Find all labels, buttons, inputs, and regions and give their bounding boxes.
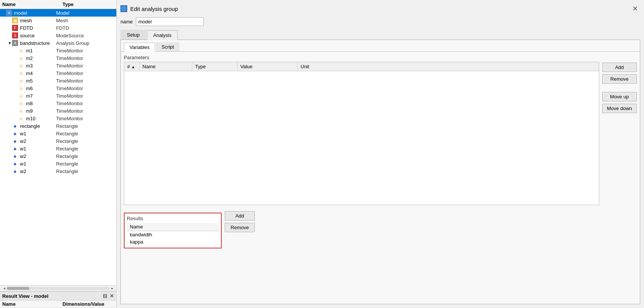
- left-panel: Name Type + model Model ▦ mesh Mesh: [0, 0, 117, 308]
- tree-col-name: Name: [2, 2, 62, 7]
- remove-result-btn[interactable]: Remove: [225, 223, 255, 232]
- scroll-left-arrow[interactable]: ◂: [2, 286, 7, 290]
- param-col-unit[interactable]: Unit: [297, 62, 599, 71]
- tree-col-type: Type: [62, 2, 114, 7]
- tree-label-bandstructure: bandstructure: [20, 40, 50, 46]
- result-name-cell: bandwidth: [127, 231, 219, 239]
- tree-label-m7: m7: [26, 93, 33, 99]
- scrollbar-thumb[interactable]: [7, 287, 29, 290]
- dialog-title-text: Edit analysis group: [130, 6, 178, 12]
- tree-row-mesh[interactable]: ▦ mesh Mesh: [0, 17, 116, 24]
- tree-row-m2[interactable]: ◎ m2 TimeMonitor: [0, 54, 116, 62]
- move-up-btn[interactable]: Move up: [602, 92, 637, 101]
- tree-type-m8: TimeMonitor: [56, 101, 115, 106]
- tree-row-m1[interactable]: ◎ m1 TimeMonitor: [0, 47, 116, 54]
- tree-row-m8[interactable]: ◎ m8 TimeMonitor: [0, 100, 116, 107]
- result-col-dimensions: Dimensions/Value: [62, 301, 114, 307]
- tree-container[interactable]: + model Model ▦ mesh Mesh F FDTD FDTD: [0, 9, 116, 285]
- tree-label-m5: m5: [26, 78, 33, 84]
- icon-w2b: ◆: [12, 153, 18, 159]
- tree-row-source[interactable]: S source ModeSource: [0, 32, 116, 39]
- icon-source: S: [12, 32, 18, 38]
- param-col-name[interactable]: Name: [139, 62, 192, 71]
- tree-label-m4: m4: [26, 70, 33, 76]
- subtab-variables[interactable]: Variables: [124, 43, 155, 52]
- parameters-table: # ▲ Name Type Value Unit: [124, 62, 599, 71]
- name-label: name: [120, 19, 133, 25]
- results-label: Results: [127, 216, 219, 221]
- tree-row-w2c[interactable]: ◆ w2 Rectangle: [0, 167, 116, 175]
- result-view-header: Result View - model ⊟ ✕: [0, 291, 116, 300]
- expand-arrow-bandstructure[interactable]: ▼: [8, 41, 12, 45]
- result-row[interactable]: bandwidth: [127, 231, 219, 239]
- add-result-btn[interactable]: Add: [225, 211, 255, 221]
- tree-label-mesh: mesh: [20, 18, 32, 23]
- main-tab-bar: Setup Analysis: [120, 30, 640, 40]
- param-col-num[interactable]: # ▲: [124, 62, 139, 71]
- sort-arrow-num: ▲: [131, 65, 135, 69]
- tree-row-rectangle[interactable]: ◆ rectangle Rectangle: [0, 122, 116, 130]
- result-row[interactable]: kappa: [127, 238, 219, 245]
- tree-type-w2a: Rectangle: [56, 138, 115, 144]
- scroll-right-arrow[interactable]: ▸: [110, 286, 115, 290]
- result-view-close-btn[interactable]: ✕: [110, 293, 114, 299]
- result-view-minimize-btn[interactable]: ⊟: [103, 293, 107, 299]
- icon-w1b: ◆: [12, 146, 18, 152]
- tree-label-rectangle: rectangle: [20, 123, 40, 129]
- tree-row-w2b[interactable]: ◆ w2 Rectangle: [0, 152, 116, 160]
- tree-type-m5: TimeMonitor: [56, 78, 115, 84]
- param-col-value[interactable]: Value: [237, 62, 297, 71]
- icon-w2c: ◆: [12, 168, 18, 174]
- result-name-cell: kappa: [127, 238, 219, 245]
- tree-type-rectangle: Rectangle: [56, 123, 115, 129]
- tree-type-w2c: Rectangle: [56, 169, 115, 174]
- tree-label-fdtd: FDTD: [20, 25, 33, 31]
- tree-label-m10: m10: [26, 116, 35, 121]
- tree-row-m10[interactable]: ◎ m10 TimeMonitor: [0, 115, 116, 122]
- tree-row-w1a[interactable]: ◆ w1 Rectangle: [0, 130, 116, 137]
- tree-row-m6[interactable]: ◎ m6 TimeMonitor: [0, 84, 116, 92]
- icon-model: +: [6, 10, 12, 16]
- scrollbar-track[interactable]: [7, 287, 110, 290]
- subtab-script[interactable]: Script: [156, 42, 180, 51]
- results-table: Name bandwidthkappa: [127, 223, 219, 245]
- tree-row-m5[interactable]: ◎ m5 TimeMonitor: [0, 77, 116, 84]
- tree-row-w1b[interactable]: ◆ w1 Rectangle: [0, 145, 116, 152]
- tree-label-m3: m3: [26, 63, 33, 69]
- result-view: Result View - model ⊟ ✕ Name Dimensions/…: [0, 291, 116, 308]
- param-col-type[interactable]: Type: [192, 62, 237, 71]
- tab-analysis[interactable]: Analysis: [147, 30, 178, 40]
- dialog-close-btn[interactable]: ✕: [630, 4, 640, 14]
- tree-row-fdtd[interactable]: F FDTD FDTD: [0, 24, 116, 32]
- tab-setup[interactable]: Setup: [120, 30, 146, 40]
- icon-m5: ◎: [18, 78, 24, 84]
- tree-row-m4[interactable]: ◎ m4 TimeMonitor: [0, 69, 116, 77]
- tree-row-m7[interactable]: ◎ m7 TimeMonitor: [0, 92, 116, 100]
- add-parameter-btn[interactable]: Add: [602, 63, 637, 72]
- parameters-buttons: Add Remove Move up Move down: [599, 62, 637, 208]
- result-view-title: Result View - model: [2, 293, 49, 299]
- parameters-table-container[interactable]: # ▲ Name Type Value Unit: [124, 62, 599, 205]
- tree-type-m9: TimeMonitor: [56, 108, 115, 114]
- tree-row-model[interactable]: + model Model: [0, 9, 116, 17]
- result-view-columns: Name Dimensions/Value: [0, 300, 116, 308]
- tree-row-bandstructure[interactable]: ▼ A bandstructure Analysis Group: [0, 39, 116, 47]
- tree-type-w1b: Rectangle: [56, 146, 115, 152]
- tree-row-m3[interactable]: ◎ m3 TimeMonitor: [0, 62, 116, 69]
- tree-row-w1c[interactable]: ◆ w1 Rectangle: [0, 160, 116, 167]
- tree-label-w1c: w1: [20, 161, 26, 167]
- tree-row-m9[interactable]: ◎ m9 TimeMonitor: [0, 107, 116, 115]
- horizontal-scrollbar[interactable]: ◂ ▸: [0, 285, 116, 291]
- icon-m6: ◎: [18, 85, 24, 91]
- remove-parameter-btn[interactable]: Remove: [602, 74, 637, 84]
- tree-type-m7: TimeMonitor: [56, 93, 115, 99]
- move-down-btn[interactable]: Move down: [602, 104, 637, 113]
- tree-row-w2a[interactable]: ◆ w2 Rectangle: [0, 137, 116, 145]
- name-input[interactable]: [136, 17, 204, 26]
- tree-type-model: Model: [56, 10, 115, 16]
- tree-label-source: source: [20, 33, 35, 38]
- tree-label-m9: m9: [26, 108, 33, 114]
- sub-tab-content: Parameters # ▲ Name T: [121, 52, 640, 304]
- icon-m9: ◎: [18, 108, 24, 114]
- tree-label-w1b: w1: [20, 146, 26, 152]
